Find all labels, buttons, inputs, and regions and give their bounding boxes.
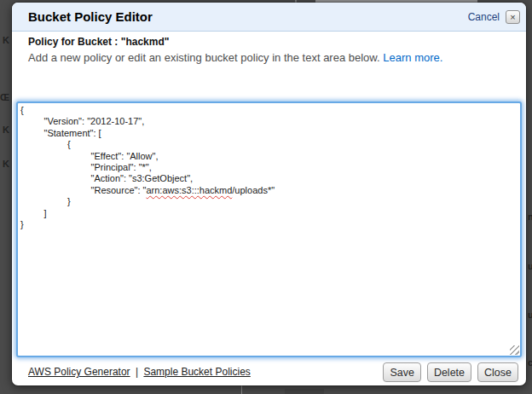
dialog-header: Bucket Policy Editor Cancel ×: [12, 3, 526, 32]
backdrop-text-fragment: [285, 389, 324, 394]
learn-more-link[interactable]: Learn more.: [383, 51, 442, 64]
backdrop-letter-fragment: K: [3, 35, 9, 45]
description-text: Add a new policy or edit an existing buc…: [28, 51, 442, 64]
description-body: Add a new policy or edit an existing buc…: [28, 51, 380, 64]
sample-bucket-policies-link[interactable]: Sample Bucket Policies: [143, 366, 250, 378]
link-separator: |: [133, 366, 141, 378]
close-icon: ×: [510, 12, 515, 22]
dialog-close-button[interactable]: ×: [506, 10, 520, 24]
save-button[interactable]: Save: [383, 362, 421, 382]
backdrop-letter-fragment: u: [528, 261, 532, 271]
resize-grip-icon[interactable]: [510, 345, 519, 355]
cancel-link[interactable]: Cancel: [468, 11, 500, 23]
policy-textarea[interactable]: { "Version": "2012-10-17", "Statement": …: [16, 101, 522, 357]
backdrop-letter-fragment: K: [3, 159, 9, 169]
backdrop-letter-fragment: c: [528, 357, 532, 368]
footer-links: AWS Policy Generator | Sample Bucket Pol…: [28, 366, 251, 378]
dialog-title: Bucket Policy Editor: [28, 9, 153, 24]
backdrop-letter-fragment: u: [528, 310, 532, 320]
bucket-policy-editor-dialog: Bucket Policy Editor Cancel × Policy for…: [12, 3, 526, 385]
backdrop-letter-fragment: K: [3, 125, 9, 135]
backdrop-letter-fragment: Œ: [0, 92, 9, 102]
backdrop-letter-fragment: n: [528, 211, 532, 222]
dialog-button-row: Save Delete Close: [383, 362, 518, 382]
policy-text: { "Version": "2012-10-17", "Statement": …: [18, 103, 520, 230]
delete-button[interactable]: Delete: [427, 362, 471, 382]
aws-policy-generator-link[interactable]: AWS Policy Generator: [28, 366, 130, 378]
close-button[interactable]: Close: [477, 362, 518, 382]
backdrop-divider: [241, 385, 242, 394]
policy-for-bucket-label: Policy for Bucket : "hackmd": [28, 36, 169, 48]
